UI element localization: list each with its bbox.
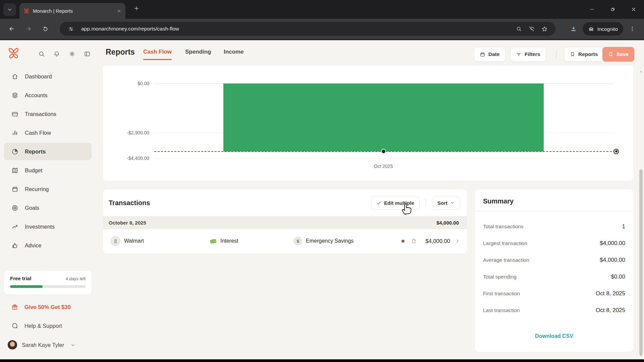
incognito-badge[interactable]: Incognito bbox=[583, 22, 623, 36]
bar-chart-icon bbox=[11, 129, 18, 136]
bookmark-icon bbox=[570, 52, 575, 57]
window-close-button[interactable] bbox=[623, 0, 644, 19]
group-total: $4,000.00 bbox=[436, 220, 459, 226]
group-date: October 8, 2025 bbox=[109, 220, 436, 226]
summary-row-average-transaction: Average transaction$4,000.00 bbox=[483, 252, 625, 268]
page-title: Reports bbox=[106, 48, 135, 57]
download-csv-link[interactable]: Download CSV bbox=[475, 333, 633, 339]
window-minimize-button[interactable] bbox=[582, 0, 602, 19]
back-button[interactable] bbox=[5, 22, 19, 36]
page-scrollbar[interactable]: ▴ ▾ bbox=[639, 40, 643, 359]
summary-row-last-transaction: Last transactionOct 8, 2025 bbox=[483, 302, 625, 319]
browser-menu-icon[interactable] bbox=[625, 22, 639, 36]
layers-icon bbox=[11, 92, 18, 99]
pie-chart-icon bbox=[11, 148, 18, 155]
sidebar-item-advice[interactable]: Advice bbox=[4, 237, 92, 254]
user-profile[interactable]: Sarah Kaye Tyler bbox=[7, 340, 75, 350]
tab-cash-flow[interactable]: Cash Flow bbox=[143, 49, 172, 55]
sidebar-item-budget[interactable]: Budget bbox=[4, 162, 92, 179]
tab-search-button[interactable] bbox=[3, 3, 16, 16]
account-cell[interactable]: $ Emergency Savings bbox=[293, 229, 354, 253]
summary-card: Summary Total transactions1 Largest tran… bbox=[475, 189, 633, 352]
referral-promo-link[interactable]: Give 50% Get $30 bbox=[11, 304, 71, 310]
app-header: Reports Cash Flow Spending Income Date F… bbox=[0, 40, 644, 66]
category-cell[interactable]: Interest bbox=[210, 229, 238, 253]
summary-row-total-spending: Total spending$0.00 bbox=[483, 268, 625, 285]
sidebar-item-dashboard[interactable]: Dashboard bbox=[4, 68, 92, 85]
tab-income[interactable]: Income bbox=[224, 49, 244, 55]
bookmark-icon bbox=[608, 52, 613, 57]
y-axis-tick-label: $0.00 bbox=[103, 81, 149, 86]
toolbar-divider bbox=[426, 199, 426, 207]
sidebar-toggle-icon[interactable] bbox=[82, 48, 93, 60]
url-bar[interactable]: app.monarchmoney.com/reports/cash-flow bbox=[60, 22, 555, 36]
reload-button[interactable] bbox=[38, 22, 52, 36]
search-icon[interactable] bbox=[36, 48, 47, 60]
avatar bbox=[7, 340, 17, 350]
cash-flow-chart-card: $0.00-$2,900.00-$4,400.00Oct 2025 bbox=[103, 66, 633, 181]
save-button[interactable]: Save bbox=[602, 47, 634, 62]
reference-end-marker[interactable] bbox=[613, 149, 619, 154]
summary-row-largest-transaction: Largest transaction$4,000.00 bbox=[483, 235, 625, 252]
amount-cell[interactable]: $4,000.00 bbox=[401, 229, 460, 253]
browser-tab[interactable]: Monarch | Reports bbox=[19, 3, 125, 19]
check-icon bbox=[376, 200, 381, 205]
sort-button[interactable]: Sort bbox=[432, 196, 460, 209]
header-divider bbox=[556, 50, 556, 58]
summary-row-first-transaction: First transactionOct 8, 2025 bbox=[483, 285, 625, 302]
sidebar-item-recurring[interactable]: Recurring bbox=[4, 180, 92, 198]
transactions-title: Transactions bbox=[109, 199, 371, 207]
window-restore-button[interactable] bbox=[602, 0, 623, 19]
y-axis-tick-label: -$2,900.00 bbox=[103, 130, 149, 135]
password-eye-off-icon[interactable] bbox=[525, 22, 538, 35]
sidebar-item-reports[interactable]: Reports bbox=[4, 143, 92, 160]
tab-close-icon[interactable] bbox=[117, 9, 121, 13]
sidebar-item-investments[interactable]: Investments bbox=[4, 218, 92, 235]
x-axis-tick-label: Oct 2025 bbox=[374, 164, 393, 169]
merchant-logo bbox=[110, 236, 120, 246]
scrollbar-thumb[interactable] bbox=[639, 169, 643, 355]
filter-icon bbox=[516, 52, 522, 57]
site-settings-icon[interactable] bbox=[64, 22, 77, 35]
reports-button[interactable]: Reports bbox=[564, 47, 604, 62]
target-icon bbox=[11, 204, 18, 212]
sidebar-item-accounts[interactable]: Accounts bbox=[4, 86, 92, 104]
zoom-icon[interactable] bbox=[513, 22, 525, 35]
home-icon bbox=[11, 73, 18, 80]
monarch-favicon bbox=[23, 8, 30, 14]
sidebar-item-goals[interactable]: Goals bbox=[4, 199, 92, 217]
chart-gridline bbox=[154, 158, 614, 159]
chat-bubble-icon bbox=[11, 322, 18, 329]
window-bottom-edge bbox=[0, 359, 644, 362]
filters-button[interactable]: Filters bbox=[510, 47, 546, 62]
sidebar-item-cash-flow[interactable]: Cash Flow bbox=[4, 124, 92, 141]
cash-flow-bar[interactable] bbox=[223, 83, 544, 152]
new-tab-button[interactable] bbox=[133, 5, 140, 11]
forward-button[interactable] bbox=[21, 22, 36, 36]
url-text: app.monarchmoney.com/reports/cash-flow bbox=[81, 26, 513, 32]
free-trial-card: Free trial 4 days left bbox=[4, 271, 92, 295]
trial-progress-fill bbox=[10, 285, 43, 288]
date-button[interactable]: Date bbox=[474, 47, 505, 62]
tab-spending[interactable]: Spending bbox=[185, 49, 211, 55]
month-point-marker[interactable] bbox=[382, 149, 385, 153]
bookmark-star-icon[interactable] bbox=[538, 22, 551, 35]
download-icon[interactable] bbox=[567, 22, 581, 36]
transactions-card: Transactions Edit multiple Sort October … bbox=[103, 189, 467, 254]
calendar-icon bbox=[11, 186, 18, 193]
user-name: Sarah Kaye Tyler bbox=[22, 342, 64, 348]
thumbs-up-icon bbox=[11, 242, 18, 249]
chevron-down-icon bbox=[450, 200, 455, 205]
scroll-down-icon[interactable]: ▾ bbox=[639, 353, 643, 357]
transaction-row[interactable]: Walmart Interest $ Emergency Savings $4,… bbox=[103, 229, 467, 253]
merchant-cell[interactable]: Walmart bbox=[110, 229, 144, 253]
trial-days-left: 4 days left bbox=[66, 276, 86, 281]
sidebar-item-transactions[interactable]: Transactions bbox=[4, 105, 92, 123]
help-support-link[interactable]: Help & Support bbox=[11, 322, 62, 329]
monarch-logo[interactable] bbox=[7, 47, 20, 60]
notifications-bell-icon[interactable] bbox=[51, 48, 62, 60]
scroll-up-icon[interactable]: ▴ bbox=[639, 69, 643, 73]
settings-gear-icon[interactable] bbox=[66, 48, 78, 60]
y-axis-tick-label: -$4,400.00 bbox=[103, 156, 149, 161]
trial-progress-bar bbox=[10, 285, 86, 288]
